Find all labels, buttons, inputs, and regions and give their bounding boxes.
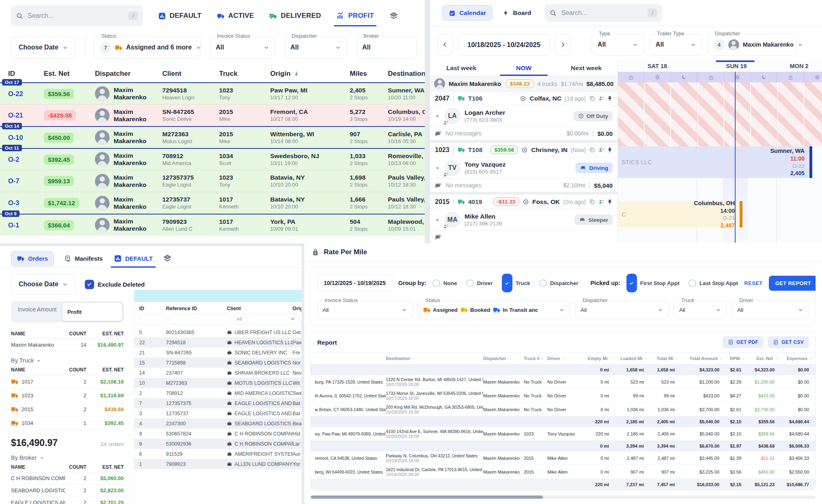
pin-icon[interactable]: [607, 147, 613, 153]
day-header-sun-19[interactable]: SUN 19: [697, 60, 776, 72]
report-column-loaded-mi[interactable]: Loaded Mi↑↓: [611, 356, 646, 361]
order-row[interactable]: Oct 14O-10$450.00Maxim MakarenkoM272363M…: [0, 126, 425, 148]
order-id-link[interactable]: O-1: [8, 221, 19, 229]
report-row[interactable]: remont, CA 94538, United StatesParkway N…: [311, 451, 816, 465]
list-column-reference-id[interactable]: Reference ID: [166, 306, 227, 311]
list-row[interactable]: 10M272363MOTUS LOGISTICS LLCWit: [134, 378, 301, 388]
rpm-date-range[interactable]: 10/12/2025 - 10/19/2025: [317, 275, 392, 292]
stats-row[interactable]: 10232$1,318.69: [11, 389, 124, 403]
select-invoice-status[interactable]: Invoice StatusAll: [317, 300, 413, 319]
report-column-total-mi[interactable]: Total Mi↑↓: [646, 356, 677, 361]
list-row[interactable]: 6911529AMERIFREIGHT SYSTEM IAur: [134, 449, 301, 459]
driver-row[interactable]: MAMike Allen(217) 396-2139Sleeper: [430, 209, 618, 231]
messages-row[interactable]: [430, 231, 618, 243]
id-filter-input[interactable]: [139, 313, 166, 324]
driver-row[interactable]: TVTony Vazquez(815) 605-8517Driving: [430, 157, 618, 179]
radio-dispatcher[interactable]: Dispatcher: [539, 279, 579, 287]
client-filter-select[interactable]: All: [233, 313, 299, 324]
type-filter[interactable]: Type All: [592, 34, 644, 56]
report-column-dispatcher[interactable]: Dispatcher↑↓: [483, 356, 524, 361]
report-row[interactable]: wy, Paw Paw, MI 49079-9389, United State…: [311, 427, 816, 441]
order-row[interactable]: Oct 11O-2$392.45Maxim Makarenko708912Mid…: [0, 148, 425, 170]
radio-first-stop-appt[interactable]: First Stop Appt: [626, 274, 680, 292]
radio-none[interactable]: None: [433, 279, 457, 287]
messages-row[interactable]: No messages$0.00/mi|$0.00: [430, 127, 618, 140]
report-column-truck[interactable]: Truck #↑: [524, 356, 547, 361]
orders-search-input[interactable]: Search... /: [11, 5, 143, 26]
order-id-link[interactable]: O-21: [8, 112, 23, 119]
order-row[interactable]: O-3$1,742.12Maxim Makarenko12735737Eagle…: [0, 192, 425, 214]
column-header-origin[interactable]: Origin: [270, 70, 350, 78]
report-column-rpm[interactable]: RPM↑↓: [722, 356, 744, 361]
exclude-deleted-checkbox[interactable]: Exclude Deleted: [85, 280, 145, 289]
summary-choose-date-button[interactable]: Choose Date: [11, 274, 76, 295]
copy-icon[interactable]: [589, 95, 595, 101]
messages-row[interactable]: No messages$2.10/mi|$5,040: [430, 179, 618, 192]
order-id-link[interactable]: O-7: [8, 177, 19, 184]
get-pdf-button[interactable]: GET PDF: [723, 336, 764, 348]
week-tab-now[interactable]: NOW: [493, 60, 555, 76]
next-week-button[interactable]: [555, 34, 570, 56]
order-row[interactable]: O-7$959.13Maxim Makarenko127357375Eagle …: [0, 170, 425, 192]
day-header-mon-2[interactable]: MON 2: [776, 60, 822, 72]
tab-default[interactable]: DEFAULT: [157, 5, 202, 26]
order-row[interactable]: O-21-$429.08Maxim MakarenkoSN-847265Soni…: [0, 104, 425, 126]
invoice-status-filter[interactable]: Invoice Status All: [210, 36, 275, 59]
summary-tab-manifests[interactable]: Manifests: [64, 249, 103, 268]
week-range[interactable]: 10/18/2025 - 10/24/2025: [458, 34, 550, 56]
select-dispatcher[interactable]: DispatcherAll: [575, 300, 669, 319]
column-header-dispatcher[interactable]: Dispatcher: [95, 70, 162, 78]
list-row[interactable]: 7127357375EAGLE LOGISTICS AND TBat: [134, 398, 301, 408]
column-header-id[interactable]: ID: [8, 70, 44, 78]
truck-row[interactable]: 2047|T106Colfax, NC(1d ago): [430, 92, 618, 105]
copy-icon[interactable]: [589, 199, 595, 205]
report-column-empty-mi[interactable]: Empty Mi↑↓: [580, 356, 611, 361]
reference-filter-input[interactable]: [169, 313, 230, 324]
list-row[interactable]: 312735737EAGLE LOGISTICS AND TBat: [134, 408, 301, 418]
calendar-event-o-21[interactable]: CColumbus, OH14:00O-212,487: [618, 201, 742, 227]
toggle-option-profit[interactable]: Profit: [62, 302, 123, 321]
select-status[interactable]: StatusAssignedBookedIn Transit anc: [418, 300, 570, 319]
summary-tab-default[interactable]: DEFAULT: [113, 249, 153, 268]
toggle-option-invoice-amount[interactable]: Invoice Amount: [12, 302, 62, 321]
get-report-button[interactable]: GET REPORT: [769, 276, 816, 291]
stats-row[interactable]: 10172$2,108.16: [11, 375, 124, 389]
list-row[interactable]: 157715898SEABOARD LOGISTICS LLNor: [134, 358, 301, 368]
truck-row[interactable]: 1023|T108$359.56Chrisney, IN(Now): [430, 143, 618, 157]
dispatcher-filter[interactable]: Dispatcher All: [284, 36, 347, 59]
list-row[interactable]: 227294518HEAVEN LOGISTICS LLCPaw: [134, 337, 301, 347]
tab-active[interactable]: ACTIVE: [216, 5, 255, 26]
prev-week-button[interactable]: [437, 34, 453, 56]
broker-filter[interactable]: Broker All: [356, 36, 417, 59]
dispatcher-summary-row[interactable]: Maxim Makarenko $348.23 4 trucks $1.74/m…: [430, 76, 618, 92]
layers-icon[interactable]: [163, 254, 172, 263]
list-row[interactable]: 14237407SHRAM BROKERS LLCNev: [134, 368, 301, 378]
select-truck[interactable]: TruckAll: [674, 300, 727, 319]
column-header-truck[interactable]: Truck: [219, 70, 270, 78]
list-row[interactable]: 9530092936C H ROBINSON COMPANYLar: [134, 439, 301, 449]
tab-profit[interactable]: PROFIT: [336, 5, 375, 26]
list-row[interactable]: 42247300SEABOARD LOGISTICS LLBea: [134, 418, 301, 429]
order-id-link[interactable]: O-3: [8, 199, 19, 206]
list-row[interactable]: 59021430365UBER FREIGHT US LLCGet: [134, 327, 301, 337]
report-column-destination[interactable]: Destination↑↓: [386, 356, 483, 361]
report-row[interactable]: burg, PA 17325-1528, United States1220 N…: [311, 375, 816, 389]
order-row[interactable]: Oct 9O-1$366.04Maxim Makarenko7909923All…: [0, 214, 425, 236]
list-column-client[interactable]: Client: [227, 306, 293, 311]
get-csv-button[interactable]: GET CSV: [768, 336, 809, 348]
copy-icon[interactable]: [589, 147, 595, 153]
list-row[interactable]: 8530657824C H ROBINSON COMPANYHid: [134, 429, 301, 439]
board-search-input[interactable]: Search... /: [544, 4, 662, 22]
radio-truck[interactable]: Truck: [502, 274, 530, 292]
report-column-est-net[interactable]: Est. Net↑↓: [744, 356, 777, 361]
view-tab-board[interactable]: Board: [497, 5, 537, 21]
stats-row[interactable]: 20152$438.68: [11, 403, 124, 416]
stats-row[interactable]: Maxim Makarenko14$16,490.97: [11, 339, 124, 351]
week-tab-next-week[interactable]: Next week: [555, 60, 618, 76]
report-row[interactable]: berg, WI 54499-6023, United States1621 I…: [311, 465, 816, 479]
truck-row[interactable]: 2015|4019-$11.33Foss, OK(2m ago): [430, 195, 618, 209]
trailer-type-filter[interactable]: Trailer Type All: [650, 34, 702, 56]
list-row[interactable]: 2708912MID AMERICA LOGISTICSSwe: [134, 388, 301, 398]
view-tab-calendar[interactable]: Calendar: [442, 5, 493, 21]
list-row[interactable]: 21SN-847265SONIC DELIVERY INCFre: [134, 347, 301, 358]
